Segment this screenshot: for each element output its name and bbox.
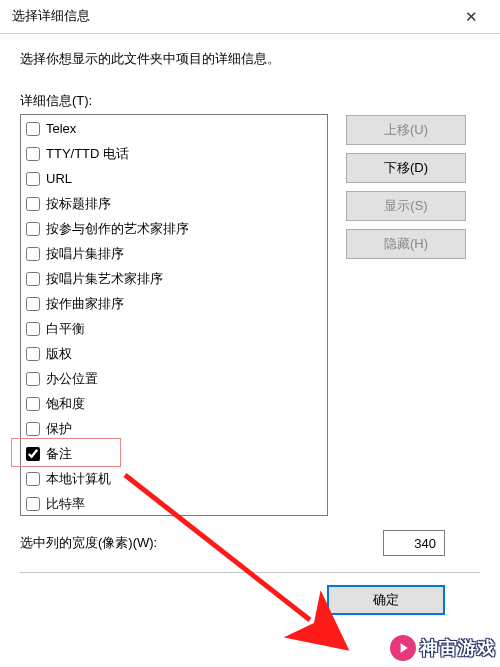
list-item-label: 饱和度 [46, 395, 85, 413]
list-item-checkbox[interactable] [26, 422, 40, 436]
list-item-label: 按标题排序 [46, 195, 111, 213]
ok-button[interactable]: 确定 [327, 585, 445, 615]
list-item-label: 保护 [46, 420, 72, 438]
list-item[interactable]: Telex [21, 116, 327, 141]
list-item[interactable]: TTY/TTD 电话 [21, 141, 327, 166]
show-button[interactable]: 显示(S) [346, 191, 466, 221]
window-title: 选择详细信息 [12, 8, 450, 25]
list-item-checkbox[interactable] [26, 297, 40, 311]
list-item[interactable]: 饱和度 [21, 391, 327, 416]
list-item-checkbox[interactable] [26, 447, 40, 461]
list-item-checkbox[interactable] [26, 197, 40, 211]
list-item-checkbox[interactable] [26, 222, 40, 236]
list-item[interactable]: URL [21, 166, 327, 191]
list-item[interactable]: 按作曲家排序 [21, 291, 327, 316]
list-item-checkbox[interactable] [26, 347, 40, 361]
list-item[interactable]: 按唱片集艺术家排序 [21, 266, 327, 291]
close-button[interactable]: ✕ [450, 2, 492, 32]
list-item-checkbox[interactable] [26, 172, 40, 186]
details-label: 详细信息(T): [20, 92, 480, 110]
list-item-checkbox[interactable] [26, 272, 40, 286]
list-item[interactable]: 比特率 [21, 491, 327, 516]
list-item[interactable]: 白平衡 [21, 316, 327, 341]
list-item-checkbox[interactable] [26, 472, 40, 486]
prompt-text: 选择你想显示的此文件夹中项目的详细信息。 [20, 50, 480, 68]
list-item[interactable]: 版权 [21, 341, 327, 366]
width-input[interactable] [383, 530, 445, 556]
list-item-checkbox[interactable] [26, 397, 40, 411]
list-item[interactable]: 按参与创作的艺术家排序 [21, 216, 327, 241]
watermark: 神宙游戏 [390, 635, 496, 661]
list-item[interactable]: 按唱片集排序 [21, 241, 327, 266]
watermark-logo-icon [390, 635, 416, 661]
list-item[interactable]: 备注 [21, 441, 327, 466]
list-item-checkbox[interactable] [26, 247, 40, 261]
list-item-label: 按参与创作的艺术家排序 [46, 220, 189, 238]
list-item-label: TTY/TTD 电话 [46, 145, 129, 163]
list-item-checkbox[interactable] [26, 122, 40, 136]
close-icon: ✕ [465, 8, 478, 26]
details-listbox[interactable]: TelexTTY/TTD 电话URL按标题排序按参与创作的艺术家排序按唱片集排序… [20, 114, 328, 516]
list-item-label: 按作曲家排序 [46, 295, 124, 313]
list-item-checkbox[interactable] [26, 497, 40, 511]
list-item-label: URL [46, 171, 72, 186]
list-item[interactable]: 办公位置 [21, 366, 327, 391]
list-item-label: 备注 [46, 445, 72, 463]
list-item-checkbox[interactable] [26, 322, 40, 336]
list-item-label: Telex [46, 121, 76, 136]
list-item-label: 按唱片集排序 [46, 245, 124, 263]
list-item-label: 本地计算机 [46, 470, 111, 488]
title-bar: 选择详细信息 ✕ [0, 0, 500, 34]
list-item[interactable]: 保护 [21, 416, 327, 441]
list-item[interactable]: 按标题排序 [21, 191, 327, 216]
width-label: 选中列的宽度(像素)(W): [20, 534, 157, 552]
list-item-checkbox[interactable] [26, 147, 40, 161]
watermark-text: 神宙游戏 [420, 636, 496, 660]
move-up-button[interactable]: 上移(U) [346, 115, 466, 145]
list-item-label: 白平衡 [46, 320, 85, 338]
list-item-label: 比特率 [46, 495, 85, 513]
list-item-label: 版权 [46, 345, 72, 363]
hide-button[interactable]: 隐藏(H) [346, 229, 466, 259]
list-item-label: 按唱片集艺术家排序 [46, 270, 163, 288]
list-item[interactable]: 本地计算机 [21, 466, 327, 491]
list-item-checkbox[interactable] [26, 372, 40, 386]
separator [20, 572, 480, 573]
move-down-button[interactable]: 下移(D) [346, 153, 466, 183]
list-item-label: 办公位置 [46, 370, 98, 388]
